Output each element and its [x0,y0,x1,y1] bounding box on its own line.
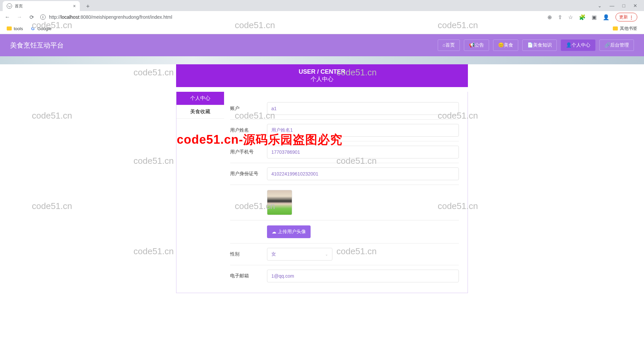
tab-bar: 首页 × + ⌄ — □ ✕ [0,0,644,11]
site-title: 美食烹饪互动平台 [10,41,64,50]
row-upload: ☁上传用户头像 [230,220,459,244]
site-header: 美食烹饪互动平台 ⌂首页 📢公告 😊美食 📄美食知识 👤个人中心 🔗后台管理 [0,34,644,56]
update-button[interactable]: 更新 ⋮ [615,13,637,21]
nav-admin[interactable]: 🔗后台管理 [599,40,634,51]
url-box[interactable]: i http://localhost:8080/meishipengrenhud… [40,14,542,20]
info-icon[interactable]: i [40,14,46,20]
browser-chrome: 首页 × + ⌄ — □ ✕ ← → ⟳ i http://localhost:… [0,0,644,34]
nav-knowledge[interactable]: 📄美食知识 [522,40,557,51]
extensions-icon[interactable]: 🧩 [579,14,586,20]
address-bar: ← → ⟳ i http://localhost:8080/meishipeng… [0,11,644,23]
banner-image [0,56,644,64]
nav-food[interactable]: 😊美食 [493,40,518,51]
tab-personal-center[interactable]: 个人中心 [176,92,224,105]
close-window-icon[interactable]: ✕ [633,3,637,8]
back-button[interactable]: ← [4,14,11,20]
panel-title-en: USER / CENTER [299,68,345,75]
input-account[interactable] [267,102,459,115]
share-icon[interactable]: ⇪ [558,14,562,20]
input-phone[interactable] [267,146,459,158]
form-area: 账户 用户姓名 用户手机号 用户身份证号 ☁上传用户头像 性别 [224,92,468,293]
panel-title-zh: 个人中心 [311,75,333,83]
address-right: ⊕ ⇪ ☆ 🧩 ▣ 👤 更新 ⋮ [547,13,640,21]
label-name: 用户姓名 [230,127,267,133]
nav-notice[interactable]: 📢公告 [464,40,489,51]
row-avatar [230,185,459,220]
watermark: code51.cn [133,246,174,257]
panel-icon[interactable]: ▣ [592,14,597,20]
bookmark-tools[interactable]: tools [7,26,23,31]
panel-body: 个人中心 美食收藏 账户 用户姓名 用户手机号 用户身份证号 [176,92,468,293]
row-account: 账户 [230,98,459,120]
nav-home[interactable]: ⌂首页 [438,40,460,51]
panel-header: USER / CENTER 个人中心 [176,64,468,87]
label-gender: 性别 [230,251,267,257]
chevron-down-icon: ⌄ [325,252,328,257]
reload-button[interactable]: ⟳ [28,14,35,20]
gender-value: 女 [271,251,276,257]
folder-icon [7,26,12,30]
input-email[interactable] [267,270,459,282]
nav-user-center[interactable]: 👤个人中心 [561,40,595,51]
window-controls: ⌄ — □ ✕ [598,0,644,11]
nav-links: ⌂首页 📢公告 😊美食 📄美食知识 👤个人中心 🔗后台管理 [438,40,634,51]
chevron-down-icon[interactable]: ⌄ [598,3,602,8]
minimize-icon[interactable]: — [610,3,614,8]
tab-title: 首页 [15,3,73,9]
google-icon: G [30,26,35,31]
bookmark-other[interactable]: 其他书签 [613,25,637,31]
forward-button[interactable]: → [16,14,23,20]
globe-icon [7,3,12,9]
select-gender[interactable]: 女 ⌄ [267,248,332,261]
folder-icon [613,26,618,30]
browser-tab[interactable]: 首页 × [3,1,80,11]
tab-food-collection[interactable]: 美食收藏 [176,105,224,119]
avatar-image [267,190,292,215]
watermark: code51.cn [32,201,72,211]
bookmark-bar: tools GGoogle 其他书签 [0,23,644,34]
label-id: 用户身份证号 [230,171,267,177]
watermark: code51.cn [133,156,174,166]
content: USER / CENTER 个人中心 个人中心 美食收藏 账户 用户姓名 用户手… [176,64,468,293]
input-id[interactable] [267,167,459,180]
url-text: http://localhost:8080/meishipengrenhudon… [49,14,172,20]
new-tab-button[interactable]: + [83,2,93,11]
bookmark-google[interactable]: GGoogle [30,26,51,31]
watermark: code51.cn [133,67,174,78]
row-name: 用户姓名 [230,120,459,141]
maximize-icon[interactable]: □ [623,3,625,8]
side-tabs: 个人中心 美食收藏 [176,92,224,293]
label-phone: 用户手机号 [230,149,267,155]
zoom-icon[interactable]: ⊕ [547,14,552,20]
row-email: 电子邮箱 [230,265,459,287]
watermark: code51.cn [32,111,72,121]
label-account: 账户 [230,106,267,112]
upload-avatar-button[interactable]: ☁上传用户头像 [267,225,311,238]
close-icon[interactable]: × [73,3,76,9]
star-icon[interactable]: ☆ [568,14,573,20]
row-gender: 性别 女 ⌄ [230,244,459,265]
profile-icon[interactable]: 👤 [603,14,609,20]
input-name[interactable] [267,124,459,137]
row-id: 用户身份证号 [230,163,459,185]
label-email: 电子邮箱 [230,273,267,279]
row-phone: 用户手机号 [230,141,459,163]
